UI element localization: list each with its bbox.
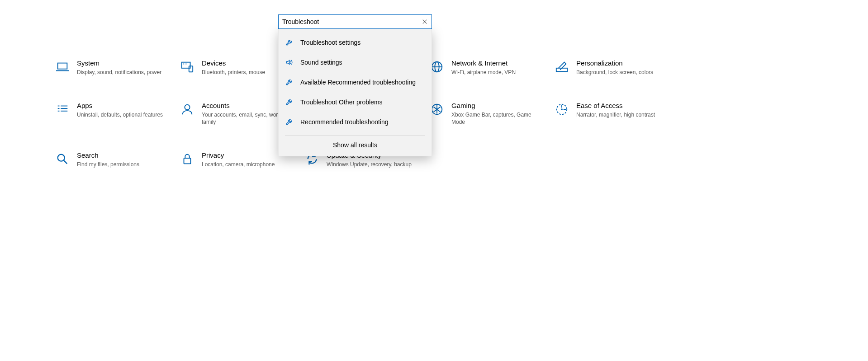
search-result-label: Available Recommended troubleshooting xyxy=(300,79,416,86)
search-result-item[interactable]: Available Recommended troubleshooting xyxy=(279,72,432,92)
search-icon xyxy=(54,151,71,167)
tile-subtitle: Find my files, permissions xyxy=(77,161,139,168)
apps-icon xyxy=(54,101,71,117)
tile-title: Apps xyxy=(77,101,163,110)
account-icon xyxy=(179,101,195,117)
tile-search[interactable]: SearchFind my files, permissions xyxy=(54,151,177,168)
devices-icon xyxy=(179,59,195,75)
search-input[interactable] xyxy=(282,18,422,25)
tile-system[interactable]: SystemDisplay, sound, notifications, pow… xyxy=(54,59,177,76)
tile-ease-of-access[interactable]: Ease of AccessNarrator, magnifier, high … xyxy=(554,101,677,126)
tile-subtitle: Display, sound, notifications, power xyxy=(77,69,161,76)
search-result-label: Troubleshoot settings xyxy=(300,39,360,46)
search-result-item[interactable]: Sound settings xyxy=(279,52,432,72)
tile-title: Gaming xyxy=(451,101,542,110)
wrench-icon xyxy=(285,118,293,126)
tile-network-internet[interactable]: Network & InternetWi-Fi, airplane mode, … xyxy=(429,59,552,76)
search-results-panel: Troubleshoot settingsSound settingsAvail… xyxy=(278,29,432,156)
tile-title: System xyxy=(77,59,161,68)
tile-gaming[interactable]: GamingXbox Game Bar, captures, Game Mode xyxy=(429,101,552,126)
search-result-label: Troubleshoot Other problems xyxy=(300,98,383,106)
search-result-item[interactable]: Troubleshoot settings xyxy=(279,33,432,52)
privacy-icon xyxy=(179,151,195,167)
tile-subtitle: Narrator, magnifier, high contrast xyxy=(576,111,655,118)
wrench-icon xyxy=(285,78,293,86)
tile-subtitle: Location, camera, microphone xyxy=(202,161,275,168)
tile-title: Devices xyxy=(202,59,265,68)
tile-apps[interactable]: AppsUninstall, defaults, optional featur… xyxy=(54,101,177,126)
clear-search-icon[interactable] xyxy=(422,19,428,25)
search-result-label: Sound settings xyxy=(300,59,342,66)
search-result-label: Recommended troubleshooting xyxy=(300,118,389,126)
search-result-item[interactable]: Troubleshoot Other problems xyxy=(279,92,432,112)
wrench-icon xyxy=(285,38,293,47)
tile-title: Privacy xyxy=(202,151,275,160)
sound-icon xyxy=(285,58,293,66)
tile-subtitle: Background, lock screen, colors xyxy=(576,69,653,76)
ease-icon xyxy=(554,101,570,117)
tile-subtitle: Uninstall, defaults, optional features xyxy=(77,111,163,118)
tile-subtitle: Wi-Fi, airplane mode, VPN xyxy=(451,69,516,76)
show-all-results[interactable]: Show all results xyxy=(279,136,432,155)
tile-subtitle: Windows Update, recovery, backup xyxy=(327,161,412,168)
tile-title: Search xyxy=(77,151,139,160)
tile-title: Ease of Access xyxy=(576,101,655,110)
tile-title: Network & Internet xyxy=(451,59,516,68)
tile-subtitle: Xbox Game Bar, captures, Game Mode xyxy=(451,111,542,126)
laptop-icon xyxy=(54,59,71,75)
search-box[interactable] xyxy=(278,14,432,29)
tile-title: Personalization xyxy=(576,59,653,68)
search-result-item[interactable]: Recommended troubleshooting xyxy=(279,112,432,132)
tile-subtitle: Bluetooth, printers, mouse xyxy=(202,69,265,76)
wrench-icon xyxy=(285,98,293,106)
tile-personalization[interactable]: PersonalizationBackground, lock screen, … xyxy=(554,59,677,76)
pen-icon xyxy=(554,59,570,75)
